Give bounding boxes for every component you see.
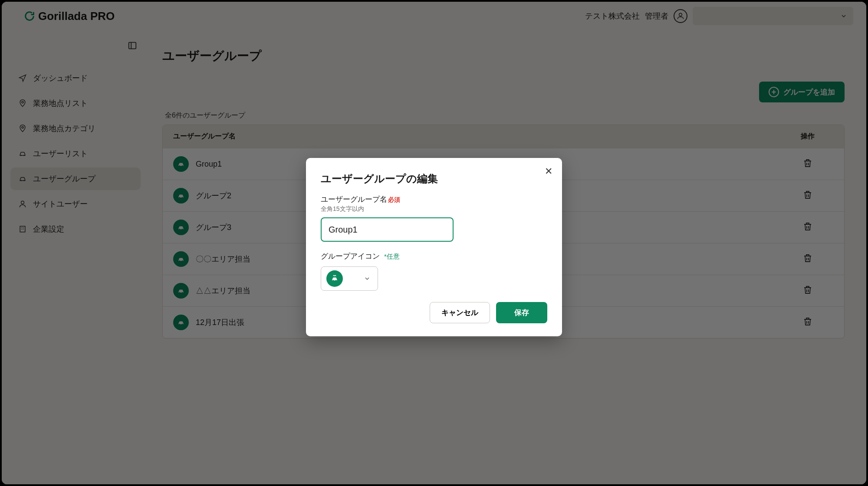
cancel-button[interactable]: キャンセル xyxy=(430,302,490,323)
group-name-input[interactable] xyxy=(321,217,454,242)
close-button[interactable]: ✕ xyxy=(545,166,552,177)
close-icon: ✕ xyxy=(545,166,552,177)
required-badge: 必須 xyxy=(388,196,400,204)
selected-group-icon xyxy=(326,270,343,287)
group-icon-label: グループアイコン xyxy=(321,251,380,261)
modal-title: ユーザーグループの編集 xyxy=(321,172,547,186)
chevron-down-icon xyxy=(364,275,371,282)
modal-overlay[interactable]: ✕ ユーザーグループの編集 ユーザーグループ名 必須 全角15文字以内 グループ… xyxy=(2,2,866,484)
group-name-label: ユーザーグループ名 xyxy=(321,194,387,204)
group-name-hint: 全角15文字以内 xyxy=(321,205,547,213)
group-icon-select[interactable] xyxy=(321,266,378,291)
save-button[interactable]: 保存 xyxy=(496,302,547,323)
optional-badge: *任意 xyxy=(384,253,400,261)
svg-point-28 xyxy=(335,280,337,281)
svg-point-27 xyxy=(332,280,334,281)
edit-group-modal: ✕ ユーザーグループの編集 ユーザーグループ名 必須 全角15文字以内 グループ… xyxy=(306,158,562,336)
